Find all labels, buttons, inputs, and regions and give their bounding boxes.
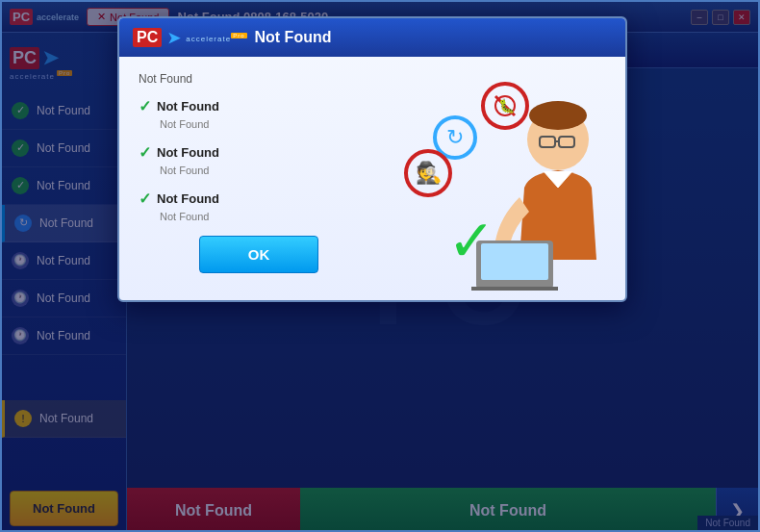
dialog-item-3: ✓ Not Found Not Found: [139, 190, 379, 222]
dialog-item-3-title: ✓ Not Found: [139, 190, 379, 208]
dialog-item-2-title: ✓ Not Found: [139, 143, 379, 162]
dialog-title: Not Found: [255, 29, 332, 46]
dialog-illustration-panel: 🐛 ↻ 🕵 ✓: [394, 72, 606, 285]
check-icon-dialog-1: ✓: [139, 97, 151, 115]
dialog: PC ➤ acceleratePro Not Found Not Found ✓…: [117, 16, 627, 302]
dialog-item-1-title: ✓ Not Found: [139, 97, 379, 115]
dialog-accelerate-text: acceleratePro: [186, 33, 246, 43]
dialog-ok-button[interactable]: OK: [199, 236, 319, 273]
dialog-item-1: ✓ Not Found Not Found: [139, 97, 379, 130]
dialog-item-3-label: Not Found: [157, 191, 219, 206]
dialog-item-1-sub: Not Found: [139, 118, 379, 130]
dialog-item-2: ✓ Not Found Not Found: [139, 143, 379, 176]
dialog-arrow-icon: ➤: [167, 29, 180, 47]
check-icon-dialog-3: ✓: [139, 190, 151, 208]
dialog-body: Not Found ✓ Not Found Not Found ✓ Not Fo…: [119, 57, 625, 300]
dialog-overlay: PC ➤ acceleratePro Not Found Not Found ✓…: [2, 2, 758, 530]
check-icon-dialog-2: ✓: [139, 143, 151, 162]
dialog-item-1-label: Not Found: [157, 99, 219, 114]
dialog-item-2-label: Not Found: [157, 145, 219, 160]
svg-point-4: [529, 101, 587, 130]
main-window: PC accelerate ✕ Not Found Not Found 0808…: [0, 0, 760, 532]
character-svg: [452, 91, 606, 293]
dialog-illustration: 🐛 ↻ 🕵 ✓: [394, 72, 587, 284]
dialog-item-2-sub: Not Found: [139, 165, 379, 176]
dialog-item-3-sub: Not Found: [139, 211, 379, 222]
spy-icon: 🕵: [404, 149, 452, 197]
dialog-pc-logo: PC: [133, 28, 162, 47]
dialog-header: PC ➤ acceleratePro Not Found: [119, 18, 625, 57]
svg-rect-9: [481, 243, 548, 280]
dialog-subtitle: Not Found: [139, 72, 379, 86]
dialog-logo: PC ➤ acceleratePro: [133, 28, 247, 47]
dialog-left-panel: Not Found ✓ Not Found Not Found ✓ Not Fo…: [139, 72, 379, 285]
